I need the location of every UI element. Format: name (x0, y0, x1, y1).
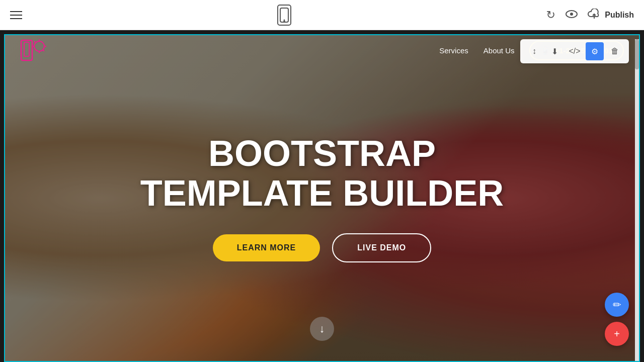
main-toolbar: ↺ Publish (0, 0, 644, 30)
publish-label: Publish (605, 11, 634, 20)
hero-content: BOOTSTRAP TEMPLATE BUILDER LEARN MORE LI… (140, 134, 504, 262)
toolbar-right: ↺ Publish (546, 9, 634, 22)
download-section-button[interactable]: ⬇ (545, 42, 564, 60)
phone-icon (280, 8, 289, 23)
cloud-icon (588, 9, 601, 20)
scroll-down-button[interactable]: ↓ (310, 317, 334, 341)
svg-point-3 (570, 13, 573, 16)
section-toolbar: ↕ ⬇ </> ⚙ 🗑 (520, 39, 629, 63)
toolbar-center (277, 5, 291, 26)
svg-rect-5 (21, 40, 32, 60)
eye-icon (566, 10, 578, 18)
move-icon: ↕ (532, 47, 536, 56)
svg-rect-6 (24, 42, 29, 56)
settings-section-button[interactable]: ⚙ (586, 42, 604, 60)
plus-icon: + (614, 328, 620, 340)
toolbar-left (10, 11, 22, 19)
code-icon: </> (569, 47, 580, 56)
undo-button[interactable]: ↺ (546, 9, 555, 22)
preview-button[interactable] (566, 9, 578, 21)
move-section-button[interactable]: ↕ (525, 42, 543, 60)
nav-about[interactable]: About Us (484, 46, 515, 55)
logo-icon (20, 39, 46, 61)
hero-title-line1: BOOTSTRAP (208, 133, 436, 173)
settings-icon: ⚙ (591, 47, 598, 56)
pencil-icon: ✏ (613, 299, 621, 311)
hamburger-menu[interactable] (10, 11, 22, 19)
nav-services[interactable]: Services (439, 46, 468, 55)
publish-button[interactable]: Publish (588, 9, 634, 22)
delete-section-button[interactable]: 🗑 (606, 42, 624, 60)
svg-line-13 (43, 50, 44, 51)
scrollbar-track (635, 39, 639, 361)
live-demo-button[interactable]: LIVE DEMO (332, 233, 431, 262)
learn-more-button[interactable]: LEARN MORE (213, 234, 320, 261)
download-icon: ⬇ (551, 47, 558, 56)
scroll-down-arrow-icon: ↓ (319, 323, 325, 334)
mobile-preview-toggle[interactable] (277, 5, 291, 26)
code-section-button[interactable]: </> (566, 42, 584, 60)
preview-frame: Services About Us 📱 +1-234-567-8901 BOOT… (4, 34, 640, 362)
edit-fab-button[interactable]: ✏ (605, 293, 629, 317)
delete-icon: 🗑 (611, 47, 619, 56)
svg-line-12 (34, 41, 36, 43)
hero-title: BOOTSTRAP TEMPLATE BUILDER (140, 134, 504, 213)
hero-title-line2: TEMPLATE BUILDER (140, 173, 504, 213)
cloud-upload-icon (588, 9, 601, 22)
svg-point-1 (284, 19, 285, 21)
hero-section: Services About Us 📱 +1-234-567-8901 BOOT… (5, 35, 639, 361)
hero-buttons: LEARN MORE LIVE DEMO (213, 233, 432, 262)
canvas-area: Services About Us 📱 +1-234-567-8901 BOOT… (0, 30, 644, 362)
add-section-fab-button[interactable]: + (605, 322, 629, 346)
fab-container: ✏ + (605, 293, 629, 346)
site-logo (20, 39, 46, 61)
